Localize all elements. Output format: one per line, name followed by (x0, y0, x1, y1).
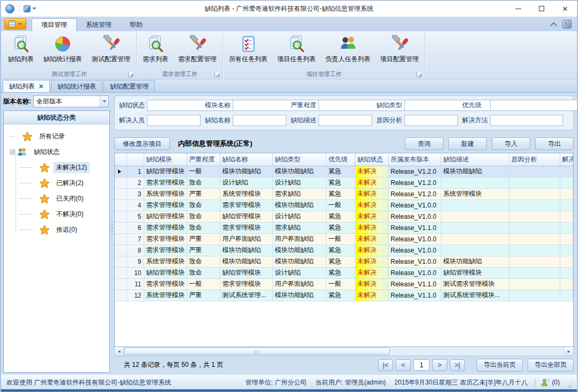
modify-display-columns-button[interactable]: 修改显示项目 (114, 137, 170, 150)
table-row[interactable]: 8 需求管理模块 严重 模块功能缺陷 模块功能缺陷 紧急 未解决 Release… (115, 245, 573, 256)
tree-item[interactable]: 已解决(2) (4, 175, 109, 191)
filter-text-input[interactable] (318, 115, 372, 126)
cell-release-version: Release_V1.0.0 (388, 199, 441, 211)
toolbar-action-button[interactable]: 查询 (405, 137, 443, 150)
column-header[interactable]: 缺陷模块 (144, 153, 187, 166)
cell-defect-description (441, 233, 509, 245)
toolbar-action-button[interactable]: 导入 (492, 137, 530, 150)
help-icon[interactable]: ↻ (562, 20, 572, 28)
table-row[interactable]: 12 系统管理模块 严重 测试系统管理... 模块功能缺陷 紧急 未解决 Rel… (115, 290, 573, 301)
cell-defect-type: 设计缺陷 (272, 267, 326, 278)
messages-icon[interactable] (541, 378, 550, 387)
dialog-launcher-icon[interactable] (128, 72, 134, 77)
column-header[interactable]: 解决方法 (560, 153, 573, 166)
star-icon (39, 194, 50, 204)
row-number-column-header (127, 153, 144, 166)
ribbon-button[interactable]: 项目任务列表 (272, 32, 321, 70)
cell-release-version: Release_V1.1.0 (388, 290, 441, 301)
document-tab[interactable]: 缺陷统计报表 ✕ (51, 80, 102, 92)
table-row[interactable]: 7 需求管理模块 严重 用户界面缺陷 用户界面缺陷 一般 未解决 Release… (115, 233, 573, 245)
tree-item[interactable]: 推迟(0) (4, 222, 109, 238)
version-select[interactable]: 全部版本 (33, 95, 109, 107)
toolbar-action-button[interactable]: 导出 (535, 137, 574, 150)
row-indicator (115, 177, 127, 188)
table-row[interactable]: 9 系统管理模块 致命 模块功能缺陷 模块功能缺陷 紧急 未解决 Release… (115, 256, 573, 267)
filter-text-input[interactable] (490, 115, 563, 126)
ribbon-tab[interactable]: 帮助 (121, 18, 152, 31)
cell-defect-module: 需求管理模块 (144, 177, 187, 188)
prev-page-button[interactable]: < (396, 359, 411, 371)
dialog-launcher-icon[interactable] (214, 72, 220, 77)
horizontal-scrollbar[interactable]: ◄ ► (114, 347, 574, 356)
collapse-ribbon-icon[interactable] (550, 22, 557, 27)
scroll-left-icon[interactable]: ◄ (115, 347, 124, 356)
table-row[interactable]: 2 需求管理模块 致命 设计缺陷 设计缺陷 紧急 未解决 Release_V1.… (115, 177, 573, 188)
cell-defect-type: 需求缺陷 (272, 222, 326, 233)
resize-grip[interactable] (566, 384, 572, 389)
ribbon-button[interactable]: 测试配置管理 (87, 32, 135, 70)
version-select-value: 全部版本 (34, 97, 100, 106)
tree-item[interactable]: 缺陷状态 (4, 144, 109, 160)
filter-select-input[interactable] (491, 100, 577, 110)
collapse-expander-icon[interactable] (10, 150, 15, 154)
dialog-launcher-icon[interactable] (417, 72, 422, 77)
table-row[interactable]: 1 缺陷管理模块 一般 模块功能缺陷 模块功能缺陷 紧急 未解决 Release… (115, 166, 573, 177)
table-row[interactable]: 11 需求管理模块 一般 需求管理模块 用户界面缺陷 一般 未解决 Releas… (115, 278, 573, 290)
page-number-input[interactable] (413, 359, 429, 371)
ribbon-button[interactable]: 缺陷统计报表 (39, 32, 87, 70)
column-header[interactable]: 严重程度 (187, 153, 220, 166)
first-page-button[interactable]: |< (378, 359, 393, 371)
row-indicator (115, 256, 127, 267)
maximize-button[interactable] (530, 1, 553, 17)
export-all-pages-button[interactable]: 导出全部页 (528, 359, 574, 372)
toolbar-action-button[interactable]: 新建 (448, 137, 487, 150)
panel-title: 缺陷状态分类 (4, 111, 109, 124)
cell-solution (560, 222, 573, 233)
filter-select[interactable] (490, 100, 578, 111)
table-row[interactable]: 4 需求管理模块 致命 需求管理模块 模块功能缺陷 一般 未解决 Release… (115, 199, 573, 211)
tree-item[interactable]: 未解决(12) (4, 160, 109, 175)
ribbon-tab[interactable]: 项目管理 (32, 18, 77, 31)
column-header[interactable]: 缺陷状态 (355, 153, 388, 166)
column-header[interactable]: 缺陷名称 (220, 153, 272, 166)
filter-text-input[interactable] (147, 115, 201, 126)
ribbon-button[interactable]: 需求列表 (138, 32, 173, 70)
cell-defect-module: 需求管理模块 (144, 222, 187, 233)
next-page-button[interactable]: > (432, 359, 447, 371)
quick-access-toolbar-button[interactable] (24, 5, 36, 12)
document-tab[interactable]: 缺陷列表 ✕ (3, 80, 50, 92)
tree-item[interactable]: 不解决(0) (4, 206, 109, 222)
minimize-button[interactable] (506, 1, 530, 17)
column-header[interactable]: 优先级 (326, 153, 355, 166)
last-page-button[interactable]: >| (450, 359, 465, 371)
column-header[interactable]: 所属发布版本 (388, 153, 441, 166)
column-header[interactable]: 缺陷类型 (272, 153, 326, 166)
close-button[interactable]: ✕ (553, 1, 577, 17)
ribbon-tab[interactable]: 系统管理 (77, 18, 121, 31)
table-row[interactable]: 6 需求管理模块 致命 需求管理模块 需求缺陷 紧急 未解决 Release_V… (115, 222, 573, 233)
close-tab-icon[interactable]: ✕ (39, 84, 43, 90)
filter-text-input[interactable] (233, 115, 286, 126)
scrollbar-thumb[interactable] (124, 347, 390, 355)
tree-item[interactable]: 已关闭(0) (4, 191, 109, 206)
column-header[interactable]: 原因分析 (509, 153, 560, 166)
filter-text-input[interactable] (404, 115, 458, 126)
tree-item[interactable]: 所有记录 (4, 129, 109, 144)
application-menu-button[interactable] (4, 18, 26, 29)
ribbon-button[interactable]: 需求配置管理 (173, 32, 221, 70)
ribbon-button[interactable]: 项目配置管理 (375, 32, 424, 70)
table-row[interactable]: 3 系统管理模块 严重 系统管理模块 需求缺陷 紧急 未解决 Release_V… (115, 188, 573, 199)
cell-severity: 致命 (187, 211, 220, 222)
document-tab[interactable]: 缺陷配置管理 ✕ (103, 80, 155, 92)
ribbon-button[interactable]: 所有任务列表 (224, 32, 272, 70)
sidebar-splitter[interactable] (110, 93, 114, 375)
ribbon-button[interactable]: 缺陷列表 (3, 32, 39, 70)
chevron-down-icon[interactable] (100, 96, 108, 107)
table-row[interactable]: 5 缺陷管理模块 致命 缺陷管理模块 设计缺陷 紧急 未解决 Release_V… (115, 211, 573, 222)
cell-cause-analysis (509, 166, 560, 177)
column-header[interactable]: 缺陷描述 (441, 153, 509, 166)
export-current-page-button[interactable]: 导出当前页 (477, 359, 523, 372)
ribbon-button[interactable]: 负责人任务列表 (321, 32, 375, 70)
scroll-right-icon[interactable]: ► (564, 347, 573, 356)
table-row[interactable]: 10 缺陷管理模块 致命 缺陷管理模块 设计缺陷 紧急 未解决 Release_… (115, 267, 573, 278)
